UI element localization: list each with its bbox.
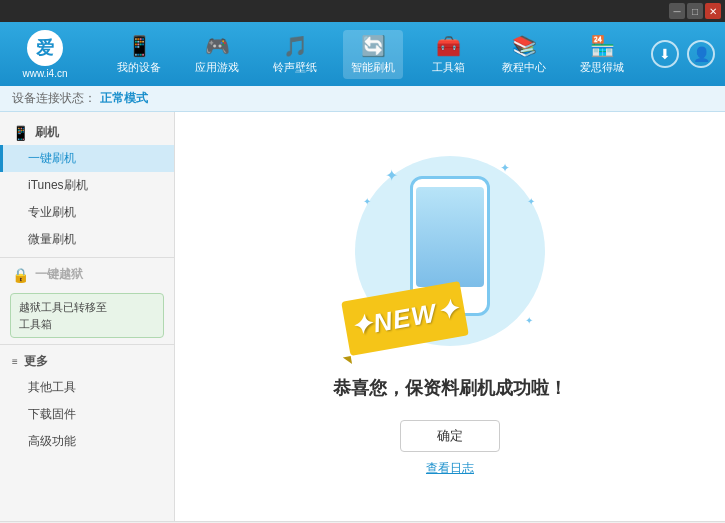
sidebar-section-label: 刷机 [35,124,59,141]
titlebar: ─ □ ✕ [0,0,725,22]
top-navigation: 爱 www.i4.cn 📱 我的设备 🎮 应用游戏 🎵 铃声壁纸 🔄 智能刷机 … [0,22,725,86]
sidebar-item-other-tools[interactable]: 其他工具 [0,374,174,401]
tutorials-nav-icon: 📚 [512,34,537,58]
maximize-button[interactable]: □ [687,3,703,19]
flash-nav-icon: 🔄 [361,34,386,58]
sidebar-section-more: ≡ 更多 [0,349,174,374]
more-section-icon: ≡ [12,356,18,367]
status-label: 设备连接状态： [12,90,96,107]
content-area: ✦ ✦ ✦ ✦ ✦ ✦NEW✦ 恭喜您，保资料刷机成功啦！ 确定 查看日志 [175,112,725,521]
phone-illustration: ✦ ✦ ✦ ✦ ✦ ✦NEW✦ [355,156,545,356]
sidebar-item-one-key-flash[interactable]: 一键刷机 [0,145,174,172]
sparkle-4: ✦ [527,196,535,207]
confirm-button[interactable]: 确定 [400,420,500,452]
sidebar-item-advanced[interactable]: 高级功能 [0,428,174,455]
flash-section-icon: 📱 [12,125,29,141]
ringtone-nav-icon: 🎵 [283,34,308,58]
nav-item-my-device[interactable]: 📱 我的设备 [109,30,169,79]
apps-nav-icon: 🎮 [205,34,230,58]
sidebar-divider-1 [0,257,174,258]
success-illustration: ✦ ✦ ✦ ✦ ✦ ✦NEW✦ [350,156,550,356]
sidebar-item-pro-flash[interactable]: 专业刷机 [0,199,174,226]
lock-icon: 🔒 [12,267,29,283]
nav-items: 📱 我的设备 🎮 应用游戏 🎵 铃声壁纸 🔄 智能刷机 🧰 工具箱 📚 教程中心… [100,30,641,79]
sidebar-item-micro-flash[interactable]: 微量刷机 [0,226,174,253]
nav-item-smart-flash[interactable]: 🔄 智能刷机 [343,30,403,79]
nav-label-tutorials: 教程中心 [502,60,546,75]
sparkle-5: ✦ [525,315,533,326]
sidebar: 📱 刷机 一键刷机 iTunes刷机 专业刷机 微量刷机 🔒 一键越狱 越狱工具… [0,112,175,521]
user-button[interactable]: 👤 [687,40,715,68]
logo-url: www.i4.cn [22,68,67,79]
toolbox-nav-icon: 🧰 [436,34,461,58]
sidebar-item-itunes-flash[interactable]: iTunes刷机 [0,172,174,199]
download-button[interactable]: ⬇ [651,40,679,68]
nav-right-actions: ⬇ 👤 [651,40,715,68]
nav-label-apps: 应用游戏 [195,60,239,75]
status-value: 正常模式 [100,90,148,107]
ribbon-text: ✦NEW✦ [348,294,461,344]
main-area: 📱 刷机 一键刷机 iTunes刷机 专业刷机 微量刷机 🔒 一键越狱 越狱工具… [0,112,725,521]
logo-area: 爱 www.i4.cn [10,30,80,79]
nav-item-tutorials[interactable]: 📚 教程中心 [494,30,554,79]
sidebar-divider-2 [0,344,174,345]
phone-screen [416,187,484,287]
device-nav-icon: 📱 [127,34,152,58]
sidebar-info-box: 越狱工具已转移至 工具箱 [10,293,164,338]
city-nav-icon: 🏪 [590,34,615,58]
nav-item-apps-games[interactable]: 🎮 应用游戏 [187,30,247,79]
nav-label-city: 爱思得城 [580,60,624,75]
nav-item-toolbox[interactable]: 🧰 工具箱 [421,30,476,79]
status-bar: 设备连接状态： 正常模式 [0,86,725,112]
nav-label-toolbox: 工具箱 [432,60,465,75]
sparkle-3: ✦ [363,196,371,207]
sidebar-item-download-firmware[interactable]: 下载固件 [0,401,174,428]
view-log-link[interactable]: 查看日志 [426,460,474,477]
logo-icon: 爱 [27,30,63,66]
nav-label-my-device: 我的设备 [117,60,161,75]
nav-label-ringtones: 铃声壁纸 [273,60,317,75]
sidebar-section-flash: 📱 刷机 [0,120,174,145]
minimize-button[interactable]: ─ [669,3,685,19]
close-button[interactable]: ✕ [705,3,721,19]
sparkle-1: ✦ [385,166,398,185]
sparkle-2: ✦ [500,161,510,175]
nav-label-smart-flash: 智能刷机 [351,60,395,75]
nav-item-ringtones[interactable]: 🎵 铃声壁纸 [265,30,325,79]
success-message: 恭喜您，保资料刷机成功啦！ [333,376,567,400]
nav-item-iphone-city[interactable]: 🏪 爱思得城 [572,30,632,79]
sidebar-locked-section: 🔒 一键越狱 [0,262,174,287]
